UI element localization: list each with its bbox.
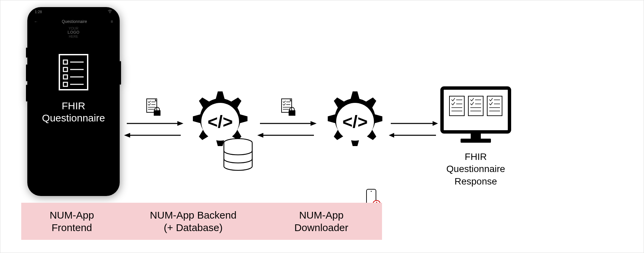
architecture-diagram: 1:28 ← Questionnaire ≡ YOUR LOGO HERE: [0, 0, 644, 253]
questionnaire-icon: [57, 52, 90, 94]
status-time: 1:28: [35, 10, 42, 14]
svg-point-58: [371, 191, 372, 192]
frontend-phone-mockup: 1:28 ← Questionnaire ≡ YOUR LOGO HERE: [27, 7, 120, 196]
consumer-monitor: FHIR Questionnaire Response: [439, 85, 513, 188]
svg-rect-52: [487, 96, 502, 116]
svg-rect-41: [461, 139, 491, 143]
monitor-icon: [439, 85, 513, 145]
backend-node: </>: [182, 88, 260, 177]
svg-rect-47: [468, 96, 483, 116]
svg-text:</>: </>: [207, 112, 233, 132]
frontend-label-line2: Frontend: [21, 221, 122, 234]
logo-placeholder-line2: LOGO: [27, 30, 120, 35]
frontend-label-line1: NUM-App: [21, 209, 122, 222]
svg-rect-8: [63, 82, 67, 86]
svg-rect-4: [63, 67, 67, 72]
downloader-node: </>: [317, 88, 388, 160]
svg-rect-6: [63, 75, 67, 79]
svg-point-0: [110, 12, 110, 13]
downloader-label-line1: NUM-App: [264, 209, 379, 222]
arrows-backend-downloader: [257, 118, 317, 142]
svg-rect-32: [289, 110, 295, 116]
svg-marker-36: [433, 121, 438, 126]
svg-rect-2: [63, 60, 67, 64]
component-labels-bar: NUM-App Frontend NUM-App Backend (+ Data…: [21, 203, 382, 240]
encrypted-document-icon: [280, 98, 297, 118]
downloader-label-line2: Downloader: [264, 221, 379, 234]
back-icon: ←: [34, 19, 38, 24]
svg-marker-24: [311, 121, 317, 126]
arrows-downloader-consumer: [388, 118, 439, 142]
monitor-label-line2: Questionnaire: [439, 163, 513, 175]
monitor-label-line3: Response: [439, 175, 513, 188]
database-icon: [224, 139, 252, 170]
wifi-icon: [108, 10, 112, 14]
backend-label-line2: (+ Database): [122, 221, 264, 234]
svg-text:</>: </>: [342, 112, 368, 132]
svg-rect-42: [449, 96, 464, 116]
svg-marker-38: [389, 133, 394, 138]
encrypted-document-icon: [145, 98, 162, 118]
backend-label-line1: NUM-App Backend: [122, 209, 264, 222]
svg-marker-13: [124, 133, 130, 138]
gear-code-icon: </>: [328, 91, 382, 146]
svg-rect-19: [154, 110, 160, 116]
screen-title: Questionnaire: [62, 19, 87, 24]
svg-marker-26: [257, 133, 263, 138]
monitor-label-line1: FHIR: [439, 151, 513, 163]
fhir-label-line2: Questionnaire: [42, 112, 105, 124]
menu-icon: ≡: [111, 19, 113, 24]
svg-rect-40: [471, 133, 481, 139]
fhir-label-line1: FHIR: [42, 100, 105, 112]
logo-placeholder-line3: HERE: [27, 35, 120, 38]
arrows-frontend-backend: [123, 118, 184, 142]
gear-code-icon: </>: [193, 91, 247, 146]
